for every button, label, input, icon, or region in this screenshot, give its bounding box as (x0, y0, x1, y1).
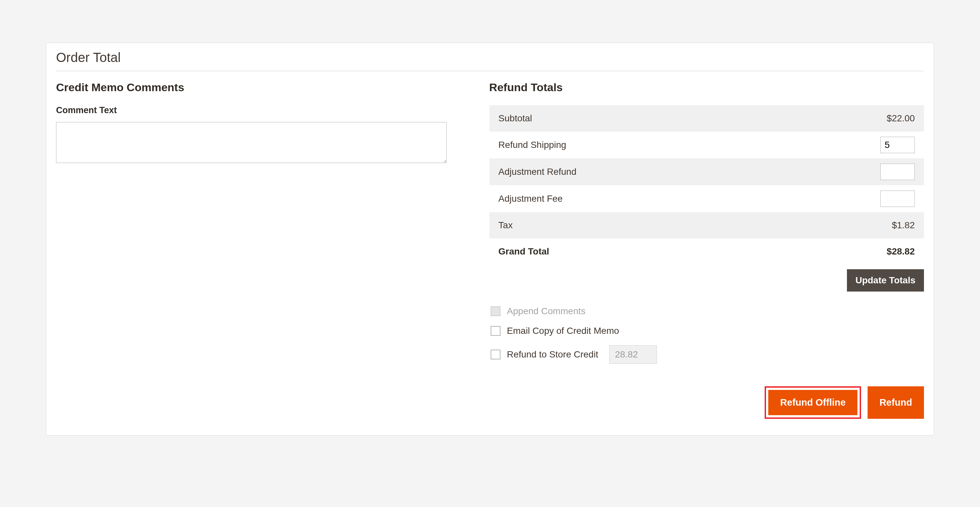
adjustment-refund-row: Adjustment Refund (489, 158, 924, 185)
append-comments-row: Append Comments (489, 301, 924, 321)
email-copy-label: Email Copy of Credit Memo (507, 326, 619, 336)
refund-shipping-row: Refund Shipping (489, 131, 924, 158)
action-buttons-row: Refund Offline Refund (489, 386, 924, 419)
tax-label: Tax (498, 220, 513, 231)
update-totals-button[interactable]: Update Totals (847, 269, 924, 292)
grand-total-row: Grand Total $28.82 (489, 238, 924, 265)
refund-shipping-label: Refund Shipping (498, 140, 566, 150)
columns-container: Credit Memo Comments Comment Text Refund… (56, 81, 924, 419)
comment-text-input[interactable] (56, 122, 447, 163)
tax-value: $1.82 (892, 220, 915, 231)
append-comments-checkbox (491, 306, 501, 316)
refund-button[interactable]: Refund (867, 386, 924, 419)
panel-title: Order Total (56, 50, 924, 71)
email-copy-row: Email Copy of Credit Memo (489, 321, 924, 341)
adjustment-fee-input[interactable] (880, 191, 915, 207)
append-comments-label: Append Comments (507, 306, 586, 316)
grand-total-label: Grand Total (498, 246, 549, 257)
store-credit-amount-input (609, 345, 657, 364)
grand-total-value: $28.82 (886, 246, 915, 257)
email-copy-checkbox[interactable] (491, 326, 501, 336)
subtotal-label: Subtotal (498, 113, 532, 124)
subtotal-row: Subtotal $22.00 (489, 105, 924, 131)
order-total-panel: Order Total Credit Memo Comments Comment… (46, 43, 934, 435)
tax-row: Tax $1.82 (489, 212, 924, 238)
adjustment-fee-row: Adjustment Fee (489, 185, 924, 212)
refund-store-credit-label: Refund to Store Credit (507, 349, 598, 360)
refund-shipping-input[interactable] (880, 137, 915, 153)
update-totals-row: Update Totals (489, 265, 924, 301)
adjustment-refund-label: Adjustment Refund (498, 167, 576, 177)
refund-offline-highlight: Refund Offline (765, 386, 861, 419)
subtotal-value: $22.00 (886, 113, 915, 124)
adjustment-fee-label: Adjustment Fee (498, 193, 563, 204)
refund-offline-button[interactable]: Refund Offline (768, 390, 858, 415)
adjustment-refund-input[interactable] (880, 164, 915, 180)
refund-totals-title: Refund Totals (489, 81, 924, 94)
refund-totals-section: Refund Totals Subtotal $22.00 Refund Shi… (489, 81, 924, 419)
refund-store-credit-row: Refund to Store Credit (489, 341, 924, 368)
comments-section-title: Credit Memo Comments (56, 81, 447, 94)
comment-text-label: Comment Text (56, 105, 447, 115)
totals-table: Subtotal $22.00 Refund Shipping Adjustme… (489, 105, 924, 265)
refund-store-credit-checkbox[interactable] (491, 349, 501, 359)
credit-memo-comments-section: Credit Memo Comments Comment Text (56, 81, 447, 419)
